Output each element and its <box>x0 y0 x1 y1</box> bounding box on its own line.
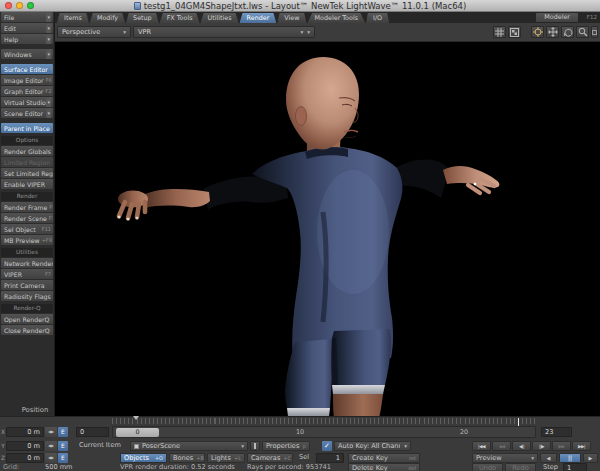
tab-modeler-tools[interactable]: Modeler Tools <box>308 13 366 23</box>
delete-key-button[interactable]: Delete Keydel <box>348 463 420 471</box>
position-x-row: X 0 m ◀▶ E <box>0 426 75 438</box>
minimize-button[interactable] <box>16 2 23 9</box>
timeline-slider[interactable]: 0 10 20 <box>112 426 536 438</box>
sidebar-item-mb-preview[interactable]: MB Preview+F9 <box>1 235 53 245</box>
tab-io[interactable]: I/O <box>366 13 389 23</box>
tab-items[interactable]: Items <box>57 13 89 23</box>
step-forward-button[interactable]: ||▶ <box>532 441 551 451</box>
chevron-down-icon: ▾ <box>123 27 126 37</box>
sidebar-item-network-render[interactable]: Network Render <box>1 258 53 268</box>
prev-key-button[interactable]: ◀◀ <box>492 441 511 451</box>
chevron-down-icon: ▾ <box>46 13 51 22</box>
stepper-icon[interactable]: ◀▶ <box>45 427 57 437</box>
zoom-button[interactable] <box>27 2 34 9</box>
item-list-button[interactable] <box>250 441 260 451</box>
sidebar-section-utilities: Utilities <box>1 248 53 257</box>
sidebar-item-windows[interactable]: Windows▾ <box>1 49 53 59</box>
timeline-pointer <box>133 416 139 420</box>
view-mode-dropdown[interactable]: Perspective ▾ <box>57 26 131 38</box>
sidebar-item-sel-object[interactable]: Sel ObjectF11 <box>1 224 53 234</box>
current-frame-field[interactable]: 0 <box>76 427 109 437</box>
tab-view[interactable]: View <box>277 13 306 23</box>
tab-fx-tools[interactable]: FX Tools <box>160 13 200 23</box>
tab-modify[interactable]: Modify <box>90 13 125 23</box>
chevron-down-icon: ▾ <box>531 454 534 462</box>
sidebar-item-print-camera[interactable]: Print Camera <box>1 280 53 290</box>
step-back-button[interactable]: ◀|| <box>512 441 531 451</box>
maximize-viewport-icon[interactable] <box>591 26 598 38</box>
sidebar-item-radiosity-flags[interactable]: Radiosity Flags <box>1 291 53 301</box>
chevron-down-icon: ▾ <box>46 35 51 44</box>
chevron-down-icon: ▾ <box>300 27 303 37</box>
chevron-down-icon: ▾ <box>404 442 407 450</box>
bottom-panel: X 0 m ◀▶ E 0 0 10 20 23 Y 0 m ◀▶ E Curre… <box>0 416 600 471</box>
current-item-dropdown[interactable]: PoserScene ▾ <box>130 441 248 451</box>
sidebar-item-image-editor[interactable]: Image EditorF6 <box>1 75 53 85</box>
timeline-ruler[interactable] <box>112 418 536 424</box>
position-y-value[interactable]: 0 m <box>6 441 44 451</box>
autokey-dropdown[interactable]: Auto Key: All Chann...▾ <box>334 441 411 451</box>
create-key-button[interactable]: Create Keyret <box>348 453 420 463</box>
sidebar-item-virtual-studio[interactable]: Virtual Studio▾ <box>1 97 53 107</box>
modeler-shortcut: F12 <box>587 14 597 20</box>
sidebar-item-set-limited-region[interactable]: Set Limited Reg... <box>1 168 53 178</box>
sidebar-item-viper[interactable]: VIPERF7 <box>1 269 53 279</box>
sidebar-item-render-frame[interactable]: Render FrameF9 <box>1 202 53 212</box>
scene-item-icon <box>134 444 139 449</box>
sidebar-item-help[interactable]: Help▾ <box>1 34 53 44</box>
undo-button[interactable]: Undo <box>472 463 503 471</box>
zoom-view-icon[interactable] <box>576 26 589 38</box>
next-key-button[interactable]: ▶▶ <box>552 441 571 451</box>
properties-button[interactable]: Propertiesp <box>262 441 310 451</box>
titlebar[interactable]: testg1_04GM4ShapeJtxt.lws - Layout™ NewT… <box>0 0 600 12</box>
grid-toggle-icon[interactable] <box>493 26 506 38</box>
chevron-down-icon: ▾ <box>307 27 310 37</box>
perspective-viewport[interactable] <box>55 42 600 416</box>
rotate-view-icon[interactable] <box>561 26 574 38</box>
sidebar-item-limited-region: Limited Region <box>1 157 53 167</box>
sidebar-item-scene-editor[interactable]: Scene Editor▾ <box>1 108 53 118</box>
center-item-icon[interactable] <box>531 26 544 38</box>
sidebar-item-graph-editor[interactable]: Graph EditorF2 <box>1 86 53 96</box>
document-icon <box>134 2 141 10</box>
human-figure <box>55 42 600 416</box>
position-x-value[interactable]: 0 m <box>6 427 44 437</box>
tab-render[interactable]: Render <box>240 13 277 23</box>
sidebar-item-parent-in-place[interactable]: Parent in Place <box>1 123 53 133</box>
sidebar-item-enable-viper[interactable]: Enable VIPER <box>1 179 53 189</box>
tick-label-20: 20 <box>460 428 468 436</box>
render-mode-dropdown[interactable]: VPR ▾ ▾ <box>133 26 315 38</box>
go-last-frame-button[interactable]: ▶▶| <box>572 441 591 451</box>
tab-utilities[interactable]: Utilities <box>201 13 239 23</box>
stepper-icon[interactable]: ◀▶ <box>45 441 57 451</box>
step-field[interactable]: 1 <box>563 463 587 471</box>
tab-bar: Items Modify Setup FX Tools Utilities Re… <box>55 12 600 23</box>
close-button[interactable] <box>5 2 12 9</box>
sidebar-item-render-scene[interactable]: Render SceneF10 <box>1 213 53 223</box>
go-first-frame-button[interactable]: |◀◀ <box>472 441 491 451</box>
envelope-button[interactable]: E <box>58 427 68 437</box>
transport-controls: |◀◀ ◀◀ ◀|| ||▶ ▶▶ ▶▶| <box>472 441 591 451</box>
envelope-button[interactable]: E <box>58 441 68 451</box>
autokey-checkbox[interactable]: ✓ <box>322 441 332 451</box>
sidebar: File▾ Edit▾ Help▾ Windows▾ Surface Edito… <box>0 12 55 416</box>
pause-button[interactable]: || <box>559 453 581 463</box>
sidebar-item-surface-editor[interactable]: Surface EditorF5 <box>1 64 53 74</box>
redo-button[interactable]: Redo <box>505 463 536 471</box>
sidebar-item-render-globals[interactable]: Render GlobalsF8 <box>1 146 53 156</box>
play-forward-button[interactable]: ▶ <box>583 453 598 463</box>
sidebar-item-close-renderq[interactable]: Close RenderQ <box>1 325 53 335</box>
timeline-handle[interactable]: 0 <box>116 428 159 437</box>
end-frame-field[interactable]: 23 <box>541 427 572 437</box>
tab-setup[interactable]: Setup <box>126 13 159 23</box>
sidebar-item-file[interactable]: File▾ <box>1 12 53 22</box>
render-mode-label: VPR <box>138 27 151 37</box>
viewport-header: Perspective ▾ VPR ▾ ▾ <box>55 23 600 42</box>
modeler-button[interactable]: Modeler <box>536 13 578 22</box>
headlight-toggle-icon[interactable] <box>508 26 521 38</box>
sidebar-item-edit[interactable]: Edit▾ <box>1 23 53 33</box>
chevron-down-icon: ▾ <box>46 24 51 33</box>
pan-view-icon[interactable] <box>546 26 559 38</box>
preview-dropdown[interactable]: Preview▾ <box>472 453 538 463</box>
sidebar-item-open-renderq[interactable]: Open RenderQ <box>1 314 53 324</box>
